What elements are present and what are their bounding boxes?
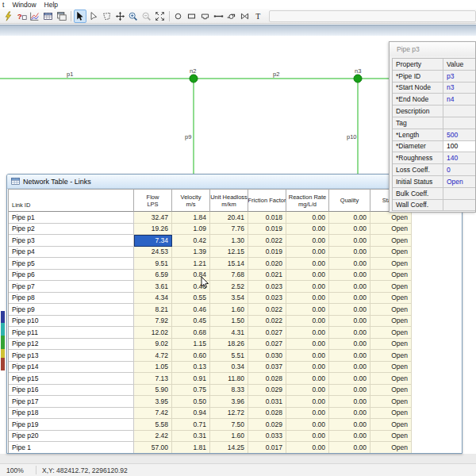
reaction-rate-cell[interactable]: 0.00	[286, 258, 329, 270]
status-cell[interactable]: Open	[370, 235, 412, 247]
velocity-cell[interactable]: 0.45	[172, 316, 210, 328]
property-value[interactable]	[443, 200, 476, 212]
friction-factor-cell[interactable]: 0.017	[248, 442, 286, 454]
status-cell[interactable]: Open	[370, 362, 412, 374]
add-pump-icon[interactable]	[225, 10, 238, 23]
column-header-unit-headloss[interactable]: Unit Headlossm/km	[210, 190, 248, 212]
junction-node-n2[interactable]	[190, 75, 198, 83]
unit-headloss-cell[interactable]: 8.33	[210, 385, 248, 397]
flow-cell[interactable]: 7.34	[134, 235, 172, 247]
select-object-icon[interactable]	[74, 10, 86, 23]
flow-cell[interactable]: 24.53	[134, 247, 172, 259]
status-cell[interactable]: Open	[370, 373, 412, 385]
velocity-cell[interactable]: 0.68	[172, 327, 210, 339]
velocity-cell[interactable]: 0.46	[172, 304, 210, 316]
velocity-cell[interactable]: 1.15	[172, 339, 210, 351]
link-id-cell[interactable]: Pipe p7	[9, 281, 134, 293]
column-header-friction-factor[interactable]: Friction Factor	[248, 190, 286, 212]
status-cell[interactable]: Open	[370, 224, 412, 236]
quality-cell[interactable]: 0.00	[329, 235, 370, 247]
link-id-cell[interactable]: Pipe p3	[9, 235, 134, 247]
friction-factor-cell[interactable]: 0.037	[248, 362, 286, 374]
flow-cell[interactable]: 4.34	[134, 293, 172, 305]
link-id-cell[interactable]: Pipe p2	[9, 224, 134, 236]
unit-headloss-cell[interactable]: 1.60	[210, 304, 248, 316]
select-region-icon[interactable]	[101, 10, 113, 23]
velocity-cell[interactable]: 0.13	[172, 362, 210, 374]
link-id-cell[interactable]: Pipe p6	[9, 270, 134, 282]
flow-cell[interactable]: 57.00	[134, 442, 172, 454]
property-value[interactable]: 500	[443, 129, 476, 141]
flow-cell[interactable]: 7.13	[134, 373, 172, 385]
run-icon[interactable]	[2, 10, 15, 23]
property-value[interactable]: 140	[443, 152, 476, 164]
link-id-cell[interactable]: Pipe p17	[9, 396, 134, 408]
friction-factor-cell[interactable]: 0.028	[248, 408, 286, 420]
property-value[interactable]: Open	[443, 176, 476, 188]
friction-factor-cell[interactable]: 0.029	[248, 419, 286, 431]
select-vertex-icon[interactable]	[87, 10, 100, 23]
link-id-cell[interactable]: Pipe p12	[9, 339, 134, 351]
link-id-cell[interactable]: Pipe p15	[9, 373, 134, 385]
quality-cell[interactable]: 0.00	[329, 373, 370, 385]
velocity-cell[interactable]: 1.09	[172, 224, 210, 236]
flow-cell[interactable]: 6.59	[134, 270, 172, 282]
link-id-cell[interactable]: Pipe p20	[9, 431, 134, 443]
reaction-rate-cell[interactable]: 0.00	[286, 419, 329, 431]
property-value[interactable]	[443, 117, 476, 129]
friction-factor-cell[interactable]: 0.020	[248, 258, 286, 270]
quality-cell[interactable]: 0.00	[329, 212, 370, 224]
property-editor[interactable]: Pipe p3 PropertyValue*Pipe IDp3*Start No…	[389, 41, 476, 213]
link-id-cell[interactable]: Pipe p9	[9, 304, 134, 316]
reaction-rate-cell[interactable]: 0.00	[286, 339, 329, 351]
status-cell[interactable]: Open	[370, 419, 412, 431]
flow-cell[interactable]: 9.02	[134, 339, 172, 351]
flow-cell[interactable]: 2.42	[134, 431, 172, 443]
add-label-icon[interactable]: T	[251, 10, 264, 23]
quality-cell[interactable]: 0.00	[329, 304, 370, 316]
quality-cell[interactable]: 0.00	[329, 224, 370, 236]
unit-headloss-cell[interactable]: 12.15	[210, 247, 248, 259]
property-value[interactable]	[443, 106, 476, 117]
velocity-cell[interactable]: 0.71	[172, 419, 210, 431]
quality-cell[interactable]: 0.00	[329, 350, 370, 362]
friction-factor-cell[interactable]: 0.022	[248, 304, 286, 316]
status-cell[interactable]: Open	[370, 304, 412, 316]
query-icon[interactable]: ?	[15, 10, 28, 23]
property-value[interactable]: p3	[443, 71, 476, 83]
network-table-window[interactable]: Network Table - Links Link IDFlowLPSVelo…	[6, 174, 463, 454]
column-header-flow[interactable]: FlowLPS	[134, 190, 172, 212]
friction-factor-cell[interactable]: 0.022	[248, 316, 286, 328]
unit-headloss-cell[interactable]: 11.80	[210, 373, 248, 385]
link-id-cell[interactable]: Pipe p11	[9, 327, 134, 339]
pan-icon[interactable]	[113, 10, 126, 23]
link-id-cell[interactable]: Pipe p13	[9, 350, 134, 362]
friction-factor-cell[interactable]: 0.023	[248, 281, 286, 293]
friction-factor-cell[interactable]: 0.028	[248, 373, 286, 385]
column-header-link-id[interactable]: Link ID	[9, 190, 134, 212]
reaction-rate-cell[interactable]: 0.00	[286, 431, 329, 443]
link-id-cell[interactable]: Pipe p14	[9, 362, 134, 374]
status-cell[interactable]: Open	[370, 431, 412, 443]
unit-headloss-cell[interactable]: 20.41	[210, 212, 248, 224]
flow-cell[interactable]: 4.72	[134, 350, 172, 362]
add-junction-icon[interactable]	[172, 10, 185, 23]
velocity-cell[interactable]: 1.84	[172, 212, 210, 224]
link-id-cell[interactable]: Pipe p19	[9, 419, 134, 431]
quality-cell[interactable]: 0.00	[329, 316, 370, 328]
unit-headloss-cell[interactable]: 15.14	[210, 258, 248, 270]
velocity-cell[interactable]: 0.60	[172, 350, 210, 362]
velocity-cell[interactable]: 0.94	[172, 408, 210, 420]
link-id-cell[interactable]: Pipe p10	[9, 316, 134, 328]
status-cell[interactable]: Open	[370, 442, 412, 454]
graph-icon[interactable]	[29, 10, 41, 23]
status-cell[interactable]: Open	[370, 293, 412, 305]
friction-factor-cell[interactable]: 0.029	[248, 385, 286, 397]
quality-cell[interactable]: 0.00	[329, 396, 370, 408]
flow-cell[interactable]: 1.05	[134, 362, 172, 374]
flow-cell[interactable]: 8.21	[134, 304, 172, 316]
reaction-rate-cell[interactable]: 0.00	[286, 270, 329, 282]
status-cell[interactable]: Open	[370, 270, 412, 282]
reaction-rate-cell[interactable]: 0.00	[286, 385, 329, 397]
reaction-rate-cell[interactable]: 0.00	[286, 362, 329, 374]
